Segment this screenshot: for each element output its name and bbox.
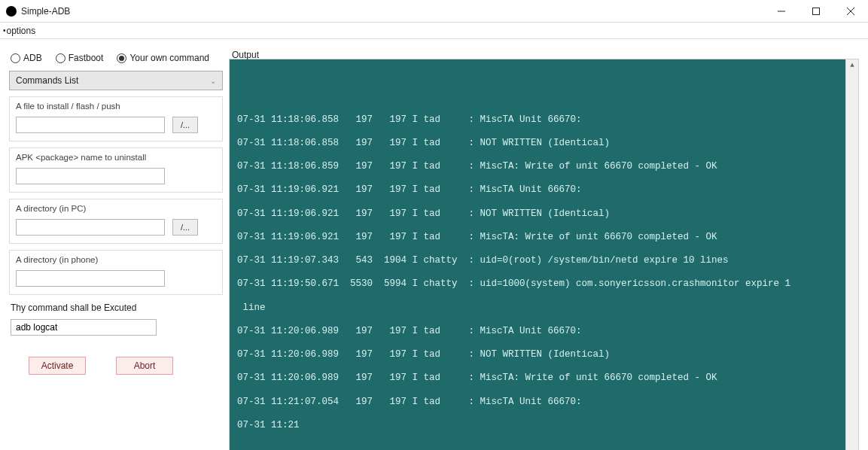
radio-icon (11, 53, 20, 63)
console-output: 07-31 11:18:06.858 197 197 I tad : MiscT… (230, 59, 858, 450)
install-browse-button[interactable]: /... (172, 117, 198, 133)
dir-phone-label: A directory (in phone) (16, 255, 216, 264)
window-controls (764, 0, 868, 23)
abort-button[interactable]: Abort (116, 357, 173, 375)
minimize-icon (778, 8, 785, 15)
minimize-button[interactable] (764, 0, 799, 23)
dir-pc-browse-button[interactable]: /... (172, 219, 198, 236)
window-title: Simple-ADB (21, 6, 70, 17)
command-input[interactable] (11, 319, 157, 336)
dir-pc-input[interactable] (16, 219, 165, 236)
close-icon (847, 8, 854, 15)
combo-label: Commands List (16, 75, 78, 86)
install-path-input[interactable] (16, 117, 165, 133)
radio-adb[interactable]: ADB (11, 53, 42, 63)
menu-options[interactable]: options (7, 26, 36, 36)
install-label: A file to install / flash / push (16, 102, 216, 111)
radio-own-command[interactable]: Your own command (117, 53, 209, 63)
group-install: A file to install / flash / push /... (9, 96, 223, 141)
command-label: Thy command shall be Excuted (11, 303, 221, 313)
svg-rect-1 (813, 8, 820, 14)
maximize-button[interactable] (799, 0, 833, 23)
console-text: 07-31 11:18:06.858 197 197 I tad : MiscT… (237, 108, 851, 438)
scroll-up-icon: ▲ (846, 59, 858, 72)
radio-fastboot-label: Fastboot (69, 53, 104, 63)
output-label: Output (232, 50, 859, 60)
uninstall-label: APK <package> name to uninstall (16, 153, 216, 162)
action-buttons: Activate Abort (9, 346, 223, 375)
group-dir-pc: A directory (in PC) /... (9, 199, 223, 244)
uninstall-package-input[interactable] (16, 168, 165, 184)
radio-fastboot[interactable]: Fastboot (56, 53, 104, 63)
radio-icon (56, 53, 65, 63)
menu-bullet-icon: • (3, 26, 6, 35)
radio-adb-label: ADB (23, 53, 42, 63)
dir-pc-label: A directory (in PC) (16, 204, 216, 213)
maximize-icon (812, 8, 820, 15)
radio-icon-selected (117, 53, 126, 63)
dir-phone-input[interactable] (16, 270, 165, 287)
app-icon (6, 6, 17, 17)
menubar: • options (0, 23, 868, 39)
chevron-down-icon: ⌄ (210, 77, 216, 85)
app-body: ADB Fastboot Your own command Commands L… (0, 39, 868, 450)
vertical-scrollbar[interactable]: ▲ ▼ (845, 59, 858, 450)
group-dir-phone: A directory (in phone) (9, 250, 223, 295)
titlebar: Simple-ADB (0, 0, 868, 23)
activate-button[interactable]: Activate (29, 357, 86, 375)
command-box: Thy command shall be Excuted (9, 301, 223, 340)
output-frame: 07-31 11:18:06.858 197 197 I tad : MiscT… (229, 59, 859, 450)
close-button[interactable] (833, 0, 868, 23)
left-panel: ADB Fastboot Your own command Commands L… (9, 48, 223, 450)
commands-list-combo[interactable]: Commands List ⌄ (9, 71, 223, 90)
output-panel: Output 07-31 11:18:06.858 197 197 I tad … (229, 48, 859, 450)
mode-radio-group: ADB Fastboot Your own command (9, 48, 223, 65)
radio-own-label: Your own command (129, 53, 209, 63)
group-uninstall: APK <package> name to uninstall (9, 147, 223, 193)
